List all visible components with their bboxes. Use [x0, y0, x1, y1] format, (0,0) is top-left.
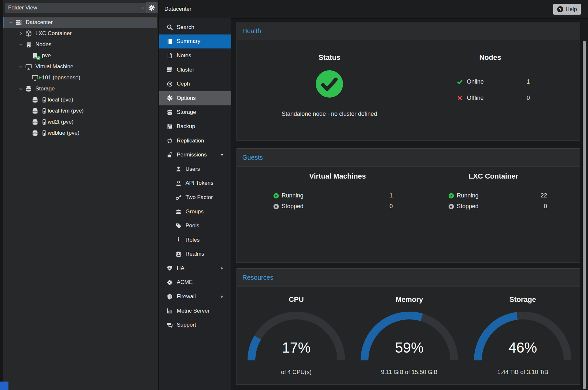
config-menu: SearchSummaryNotesClusterCephOptionsStor…	[159, 18, 231, 390]
chevron-right-icon[interactable]	[18, 32, 24, 36]
menu-item-label: Notes	[177, 52, 191, 59]
running-value: 22	[541, 192, 547, 199]
guests-panel-title: Guests	[237, 149, 580, 167]
menu-item-two-factor[interactable]: Two Factor	[159, 190, 231, 205]
menu-item-label: HA	[177, 265, 185, 272]
tree-item-wdblue-pve[interactable]: wdblue (pve)	[3, 128, 158, 139]
tree-item-datacenter[interactable]: Datacenter	[3, 17, 157, 28]
building-icon	[25, 41, 32, 48]
tree-item-label: local-lvm (pve)	[48, 108, 84, 114]
vertical-scrollbar[interactable]	[583, 41, 586, 389]
database-icon	[25, 86, 32, 92]
menu-item-acme[interactable]: ACME	[159, 276, 231, 290]
database-icon	[32, 130, 38, 136]
menu-item-support[interactable]: Support	[159, 318, 231, 332]
menu-item-label: ACME	[177, 279, 193, 286]
vm-group: Virtual Machines Running 1 Stopped 0	[247, 172, 428, 212]
tree-item-pve[interactable]: pve	[3, 50, 158, 61]
tree-item-storage[interactable]: Storage	[3, 83, 158, 94]
caret-down-icon	[220, 153, 224, 157]
cpu-subtext: of 4 CPU(s)	[244, 369, 348, 376]
menu-item-ceph[interactable]: Ceph	[159, 77, 231, 91]
search-icon	[166, 24, 173, 30]
tree-item-nodes[interactable]: Nodes	[3, 39, 158, 50]
menu-item-notes[interactable]: Notes	[159, 48, 231, 63]
server-icon	[167, 67, 173, 73]
user-icon	[175, 166, 182, 172]
menu-item-pools[interactable]: Pools	[159, 219, 231, 233]
menu-item-label: Realms	[185, 251, 204, 257]
unlock-icon	[166, 152, 173, 158]
tree-item-virtual-machine[interactable]: Virtual Machine	[3, 61, 158, 72]
menu-item-summary[interactable]: Summary	[159, 34, 231, 49]
config-menu-items: SearchSummaryNotesClusterCephOptionsStor…	[159, 20, 231, 332]
stop-circle-icon	[448, 204, 454, 209]
address-book-icon	[175, 251, 182, 257]
offline-value: 0	[527, 95, 562, 101]
menu-item-groups[interactable]: Groups	[159, 205, 231, 219]
tree-item-label: wd2t (pve)	[48, 119, 73, 125]
online-value: 1	[527, 78, 562, 85]
menu-item-label: API Tokens	[185, 180, 213, 186]
guests-panel: Guests Virtual Machines Running 1 Stoppe…	[236, 148, 580, 263]
chevron-down-icon[interactable]	[18, 43, 24, 47]
database-icon	[32, 108, 38, 114]
user-icon	[175, 166, 182, 172]
tree-settings-button[interactable]	[146, 2, 158, 13]
tree-item-local-pve[interactable]: local (pve)	[3, 94, 158, 105]
tree-item-label: LXC Container	[35, 30, 72, 37]
menu-item-replication[interactable]: Replication	[159, 134, 231, 148]
chevron-down-icon[interactable]	[8, 20, 14, 25]
menu-item-search[interactable]: Search	[159, 20, 231, 34]
menu-item-options[interactable]: Options	[159, 91, 231, 105]
disk-icon	[43, 97, 46, 102]
menu-item-roles[interactable]: Roles	[159, 233, 231, 247]
tree-item-label: Datacenter	[26, 19, 53, 26]
storage-subtext: 1.44 TiB of 3.10 TiB	[471, 369, 575, 376]
chevron-down-icon[interactable]	[18, 87, 24, 91]
menu-item-label: Storage	[177, 109, 196, 115]
menu-item-api-tokens[interactable]: API Tokens	[159, 176, 231, 191]
book-icon	[167, 38, 173, 45]
database-icon	[167, 109, 173, 115]
storage-gauge: Storage 46% 1.44 TiB of 3.10 TiB	[471, 295, 575, 376]
monitor-icon	[25, 63, 32, 70]
page-title: Datacenter	[164, 0, 191, 18]
floppy-icon	[166, 123, 173, 129]
chevron-down-icon	[19, 65, 23, 69]
chart-icon	[166, 308, 173, 314]
menu-item-label: Cluster	[177, 67, 194, 73]
menu-item-users[interactable]: Users	[159, 162, 231, 176]
view-selector[interactable]: Folder View	[5, 3, 149, 13]
nodes-online-row: Online 1	[457, 74, 562, 90]
help-button[interactable]: ? Help	[553, 4, 581, 15]
database-icon	[31, 118, 39, 126]
menu-item-backup[interactable]: Backup	[159, 119, 231, 134]
search-icon	[167, 24, 173, 30]
menu-item-cluster[interactable]: Cluster	[159, 63, 231, 77]
chart-icon	[167, 308, 173, 314]
menu-item-metric-server[interactable]: Metric Server	[159, 304, 231, 318]
check-circle-icon	[316, 70, 343, 98]
cpu-heading: CPU	[244, 295, 348, 304]
chevron-down-icon[interactable]	[18, 65, 24, 69]
menu-item-realms[interactable]: Realms	[159, 247, 231, 262]
tree-item-local-lvm-pve[interactable]: local-lvm (pve)	[3, 105, 158, 116]
resource-tree: DatacenterLXC ContainerNodespveVirtual M…	[3, 17, 158, 139]
key-icon	[175, 194, 182, 200]
tree-item-lxc-container[interactable]: LXC Container	[3, 28, 158, 39]
menu-item-permissions[interactable]: Permissions	[159, 148, 231, 162]
help-label: Help	[566, 6, 577, 13]
play-circle-icon	[273, 193, 279, 199]
menu-item-firewall[interactable]: Firewall	[159, 289, 231, 304]
menu-item-ha[interactable]: HA	[159, 261, 231, 276]
cross-icon	[457, 95, 463, 101]
menu-item-label: Support	[177, 322, 196, 328]
tree-item-101-opnsense[interactable]: 101 (opnsense)	[3, 72, 158, 83]
tree-item-wd2t-pve[interactable]: wd2t (pve)	[3, 116, 158, 128]
disk-icon	[43, 119, 46, 125]
menu-item-storage[interactable]: Storage	[159, 105, 231, 120]
gear-icon	[148, 5, 155, 11]
database-icon	[32, 119, 38, 125]
menu-item-label: Ceph	[177, 81, 190, 87]
